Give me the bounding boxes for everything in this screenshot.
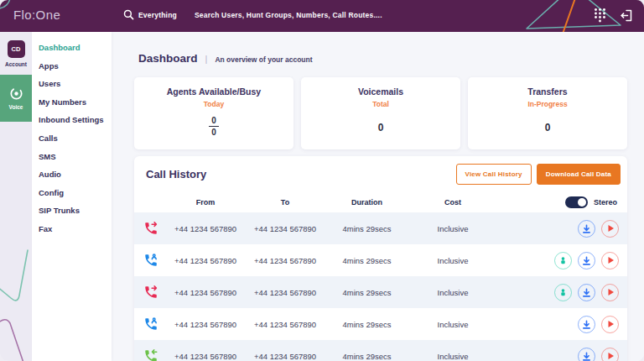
play-recording-button[interactable]	[601, 316, 619, 333]
play-recording-button[interactable]	[601, 348, 619, 361]
stereo-label: Stereo	[594, 198, 617, 207]
cell-to: +44 1234 567890	[243, 352, 327, 361]
cell-cost: Inclusive	[407, 352, 499, 361]
search-input[interactable]: Search Users, Hunt Groups, Numbers, Call…	[195, 11, 382, 19]
cell-duration: 4mins 29secs	[327, 352, 407, 361]
voicemail-button[interactable]	[554, 284, 572, 301]
voice-section-tile[interactable]: Voice	[0, 75, 32, 122]
stat-title: Agents Available/Busy	[134, 86, 293, 97]
cell-duration: 4mins 29secs	[327, 224, 407, 233]
table-row: +44 1234 567890 +44 1234 567890 4mins 29…	[134, 276, 627, 308]
table-column-headers: From To Duration Cost Stereo	[134, 192, 627, 212]
sidebar-item-config[interactable]: Config	[32, 184, 112, 202]
download-icon	[582, 256, 591, 265]
call-history-panel: Call History View Call History Download …	[134, 156, 627, 361]
voicemail-icon	[558, 256, 568, 265]
dialpad-icon[interactable]	[594, 8, 606, 23]
play-icon	[606, 320, 615, 328]
cell-from: +44 1234 567890	[168, 224, 243, 233]
column-header-from: From	[168, 198, 243, 207]
cell-cost: Inclusive	[407, 224, 499, 233]
account-avatar[interactable]: CD	[8, 40, 25, 58]
download-icon	[582, 352, 591, 361]
sidebar-item-audio[interactable]: Audio	[32, 165, 112, 184]
call-incoming-icon	[143, 348, 158, 361]
stat-fraction-denominator: 0	[209, 127, 219, 137]
play-recording-button[interactable]	[601, 252, 619, 269]
stat-subtitle: Total	[301, 100, 460, 108]
download-icon	[582, 288, 591, 297]
download-icon	[582, 320, 591, 329]
cell-to: +44 1234 567890	[243, 224, 327, 233]
sidebar-item-fax[interactable]: Fax	[32, 220, 112, 238]
cell-to: +44 1234 567890	[243, 256, 327, 265]
column-header-to: To	[243, 198, 327, 207]
stat-fraction-numerator: 0	[209, 116, 219, 127]
stat-value: 0	[468, 122, 627, 133]
decorative-curves	[0, 235, 32, 361]
view-call-history-button[interactable]: View Call History	[456, 164, 532, 185]
sidebar-item-sms[interactable]: SMS	[32, 148, 112, 166]
main-content: Dashboard | An overview of your account …	[112, 32, 644, 361]
cell-from: +44 1234 567890	[168, 352, 243, 361]
stereo-toggle[interactable]	[565, 196, 588, 208]
app-logo: Flo:One	[13, 8, 60, 22]
download-recording-button[interactable]	[578, 348, 595, 361]
download-recording-button[interactable]	[578, 252, 595, 269]
stat-cards: Agents Available/Busy Today 0 0 Voicemai…	[134, 77, 627, 149]
stat-subtitle: In-Progress	[468, 100, 627, 108]
cell-to: +44 1234 567890	[243, 288, 327, 297]
sidebar-item-apps[interactable]: Apps	[32, 57, 112, 76]
play-icon	[606, 288, 615, 296]
voice-icon	[9, 86, 23, 101]
call-internal-icon	[143, 317, 158, 332]
search-scope-dropdown[interactable]: Everything	[138, 11, 177, 19]
cell-duration: 4mins 29secs	[327, 288, 407, 297]
cell-from: +44 1234 567890	[168, 256, 243, 265]
play-recording-button[interactable]	[601, 220, 619, 238]
search-icon[interactable]	[123, 9, 134, 20]
cell-duration: 4mins 29secs	[327, 256, 407, 265]
call-history-rows: +44 1234 567890 +44 1234 567890 4mins 29…	[134, 212, 627, 361]
table-row: +44 1234 567890 +44 1234 567890 4mins 29…	[134, 340, 627, 361]
cell-from: +44 1234 567890	[168, 320, 243, 329]
voicemail-button[interactable]	[554, 252, 572, 269]
download-recording-button[interactable]	[578, 316, 595, 333]
call-history-title: Call History	[146, 168, 206, 180]
sidebar-item-sip-trunks[interactable]: SIP Trunks	[32, 201, 112, 220]
play-icon	[606, 352, 615, 360]
page-title: Dashboard	[138, 52, 198, 65]
download-recording-button[interactable]	[578, 220, 595, 238]
download-call-data-button[interactable]: Download Call Data	[537, 164, 621, 185]
logout-icon[interactable]	[619, 8, 633, 23]
stat-fraction: 0 0	[209, 116, 219, 137]
play-recording-button[interactable]	[601, 284, 619, 301]
column-header-duration: Duration	[327, 198, 407, 207]
sidebar-item-calls[interactable]: Calls	[32, 129, 112, 148]
sidebar-item-inbound-settings[interactable]: Inbound Settings	[32, 111, 112, 129]
cell-cost: Inclusive	[407, 320, 499, 329]
download-recording-button[interactable]	[578, 284, 595, 301]
stat-title: Voicemails	[301, 86, 460, 97]
voice-label: Voice	[9, 104, 23, 110]
sidebar-item-users[interactable]: Users	[32, 75, 112, 93]
call-outgoing-icon	[143, 221, 158, 236]
sidebar-item-dashboard[interactable]: Dashboard	[32, 39, 112, 57]
cell-from: +44 1234 567890	[168, 288, 243, 297]
stat-card: Agents Available/Busy Today 0 0	[134, 77, 293, 149]
download-icon	[582, 224, 591, 233]
stat-value: 0	[301, 122, 460, 133]
stat-title: Transfers	[468, 86, 627, 97]
voicemail-icon	[558, 288, 568, 297]
cell-duration: 4mins 29secs	[327, 320, 407, 329]
call-history-header: Call History View Call History Download …	[134, 156, 627, 185]
topbar: Flo:One Everything Search Users, Hunt Gr…	[0, 0, 644, 32]
call-internal-icon	[143, 253, 158, 268]
table-row: +44 1234 567890 +44 1234 567890 4mins 29…	[134, 212, 627, 244]
table-row: +44 1234 567890 +44 1234 567890 4mins 29…	[134, 308, 627, 340]
account-label: Account	[0, 61, 32, 67]
stat-subtitle: Today	[134, 100, 293, 108]
header-divider: |	[205, 54, 208, 64]
cell-to: +44 1234 567890	[243, 320, 327, 329]
sidebar-item-my-numbers[interactable]: My Numbers	[32, 93, 112, 112]
